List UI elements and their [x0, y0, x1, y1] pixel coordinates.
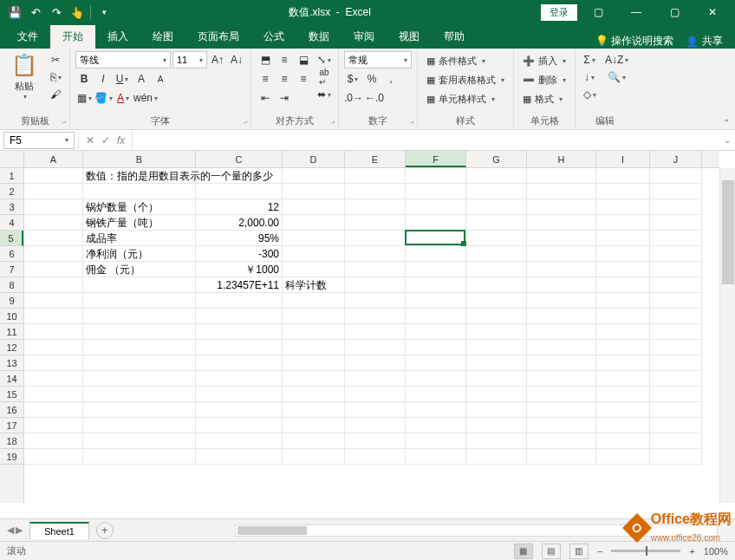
cell[interactable] — [283, 387, 345, 402]
insert-cells-button[interactable]: ➕ 插入▾ — [519, 51, 569, 70]
cell[interactable] — [466, 449, 527, 465]
cell[interactable] — [406, 449, 466, 465]
cell[interactable] — [24, 277, 83, 293]
copy-icon[interactable]: ⎘▾ — [47, 68, 64, 86]
cell[interactable] — [345, 277, 406, 293]
clear-icon[interactable]: ◇▾ — [581, 86, 598, 103]
cell[interactable] — [406, 215, 466, 231]
cell[interactable] — [527, 293, 596, 309]
cell[interactable] — [283, 246, 345, 262]
cell[interactable] — [345, 402, 406, 418]
cell[interactable] — [466, 418, 527, 433]
find-select-icon[interactable]: 🔍▾ — [605, 68, 628, 86]
increase-font-icon[interactable]: A↑ — [209, 51, 226, 68]
autosum-icon[interactable]: Σ▾ — [581, 51, 598, 68]
cell[interactable] — [650, 309, 702, 324]
cell[interactable] — [345, 262, 406, 277]
ribbon-options-icon[interactable]: ▢ — [581, 0, 615, 24]
cell[interactable] — [24, 340, 83, 355]
normal-view-icon[interactable]: ▦ — [514, 544, 533, 559]
cell[interactable] — [24, 215, 83, 231]
cell[interactable] — [466, 371, 527, 387]
currency-icon[interactable]: $▾ — [344, 70, 361, 88]
cell[interactable] — [527, 433, 596, 449]
col-header-A[interactable]: A — [24, 151, 83, 167]
row-header[interactable]: 9 — [0, 293, 23, 309]
cell[interactable] — [466, 293, 527, 309]
cell[interactable] — [283, 199, 345, 215]
cell[interactable] — [24, 371, 83, 387]
cell[interactable] — [196, 355, 283, 371]
expand-formula-bar-icon[interactable]: ⌄ — [719, 135, 735, 145]
cell[interactable] — [406, 246, 466, 262]
close-icon[interactable]: ✕ — [695, 0, 730, 24]
cell[interactable] — [596, 340, 650, 355]
cell[interactable] — [24, 246, 83, 262]
cell[interactable] — [596, 433, 650, 449]
row-header[interactable]: 4 — [0, 215, 23, 231]
cell[interactable] — [406, 262, 466, 277]
cell[interactable] — [406, 293, 466, 309]
row-header[interactable]: 12 — [0, 340, 23, 355]
cell[interactable] — [83, 340, 196, 355]
row-header[interactable]: 3 — [0, 199, 23, 215]
delete-cells-button[interactable]: ➖ 删除▾ — [519, 70, 569, 89]
cell[interactable] — [466, 184, 527, 199]
cell[interactable] — [83, 355, 196, 371]
format-painter-icon[interactable]: 🖌 — [47, 86, 64, 103]
cell[interactable] — [196, 371, 283, 387]
cell[interactable] — [466, 433, 527, 449]
cell[interactable] — [283, 324, 345, 340]
cell[interactable] — [24, 262, 83, 277]
cell[interactable] — [83, 324, 196, 340]
cell[interactable] — [283, 371, 345, 387]
cell[interactable] — [24, 184, 83, 199]
cell[interactable] — [283, 449, 345, 465]
row-header[interactable]: 7 — [0, 262, 23, 277]
cell[interactable] — [466, 309, 527, 324]
cell[interactable] — [527, 402, 596, 418]
cell[interactable] — [527, 262, 596, 277]
cell[interactable] — [24, 402, 83, 418]
align-middle-icon[interactable]: ≡ — [276, 51, 293, 68]
fill-icon[interactable]: ↓▾ — [581, 68, 598, 86]
save-icon[interactable]: 💾 — [5, 3, 24, 22]
page-layout-view-icon[interactable]: ▤ — [542, 544, 561, 559]
row-header[interactable]: 18 — [0, 433, 23, 449]
tab-layout[interactable]: 页面布局 — [185, 25, 251, 49]
cell[interactable] — [196, 324, 283, 340]
cell[interactable] — [196, 168, 283, 184]
cell[interactable] — [596, 402, 650, 418]
align-top-icon[interactable]: ⬒ — [257, 51, 274, 68]
cancel-formula-icon[interactable]: ✕ — [86, 134, 94, 147]
cell[interactable] — [345, 184, 406, 199]
cell[interactable] — [345, 371, 406, 387]
font-color-icon[interactable]: A▾ — [114, 89, 132, 107]
row-header[interactable]: 2 — [0, 184, 23, 199]
enter-formula-icon[interactable]: ✓ — [101, 134, 110, 147]
cell[interactable] — [196, 340, 283, 355]
cell[interactable] — [283, 262, 345, 277]
cell[interactable] — [196, 309, 283, 324]
collapse-ribbon-icon[interactable]: ⌃ — [723, 118, 730, 127]
page-break-view-icon[interactable]: ▥ — [569, 544, 589, 559]
cell[interactable] — [650, 246, 702, 262]
cell[interactable] — [83, 402, 196, 418]
cell-styles-button[interactable]: ▦ 单元格样式▾ — [423, 89, 508, 108]
cell[interactable] — [24, 433, 83, 449]
decrease-font-icon[interactable]: A↓ — [228, 51, 245, 68]
cell[interactable] — [650, 433, 702, 449]
cell[interactable] — [527, 168, 596, 184]
cell[interactable] — [345, 199, 406, 215]
cell[interactable] — [466, 324, 527, 340]
tab-formula[interactable]: 公式 — [251, 25, 296, 49]
row-header[interactable]: 19 — [0, 449, 23, 465]
vertical-scrollbar[interactable] — [719, 168, 735, 503]
cell[interactable] — [83, 418, 196, 433]
cell[interactable] — [196, 293, 283, 309]
zoom-level[interactable]: 100% — [704, 546, 728, 557]
cell[interactable] — [24, 418, 83, 433]
maximize-icon[interactable]: ▢ — [657, 0, 692, 24]
cell[interactable] — [406, 168, 466, 184]
font-name-combo[interactable]: 等线▾ — [75, 51, 171, 68]
